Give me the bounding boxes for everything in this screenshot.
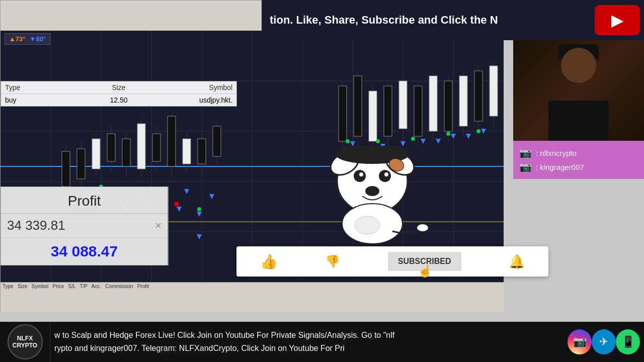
- instagram-social-button[interactable]: 📷: [568, 329, 592, 354]
- svg-rect-49: [414, 86, 422, 136]
- svg-rect-43: [369, 91, 377, 141]
- person-body: [548, 101, 609, 141]
- svg-rect-27: [137, 124, 145, 169]
- ticker-content: w to Scalp and Hedge Forex Live! Click J…: [50, 322, 564, 362]
- svg-point-101: [379, 170, 391, 182]
- webcam-panel: [513, 40, 644, 141]
- order-type-value: buy: [5, 96, 81, 104]
- like-button[interactable]: 👍: [260, 253, 278, 270]
- top-banner: tion. Like, Share, Subscribe and Click t…: [262, 0, 644, 40]
- svg-point-103: [365, 186, 379, 196]
- subscribe-bar: 👍 👎 SUBSCRIBED 🔔: [236, 246, 548, 277]
- profit-value: 34 339.81: [7, 218, 65, 233]
- notification-bell-button[interactable]: 🔔: [509, 254, 525, 269]
- instagram-handle1-row: 📷 : nlfxncrypto: [519, 147, 638, 159]
- social-icons-bar: 📷 ✈ 📱: [564, 322, 644, 362]
- svg-rect-47: [399, 81, 407, 129]
- svg-point-88: [446, 132, 450, 136]
- streamer-video: [513, 40, 644, 141]
- svg-rect-98: [342, 146, 403, 157]
- order-symbol-value: usdjpy.hkt.: [156, 96, 232, 104]
- svg-point-100: [359, 172, 363, 176]
- dog-mascot: [312, 136, 433, 246]
- instagram-handle2: : kingrager007: [536, 163, 584, 171]
- banner-text: tion. Like, Share, Subscribe and Click t…: [262, 14, 595, 27]
- svg-rect-29: [152, 134, 160, 161]
- bottom-ticker-bar: NLFX CRYPTO w to Scalp and Hedge Forex L…: [0, 322, 644, 362]
- svg-rect-31: [168, 116, 176, 166]
- youtube-button[interactable]: ▶: [595, 5, 640, 35]
- svg-rect-53: [444, 81, 452, 131]
- svg-point-83: [197, 207, 201, 211]
- nlfx-logo-line1: NLFX: [17, 335, 33, 342]
- nlfx-logo-line2: CRYPTO: [13, 342, 37, 349]
- youtube-icon: ▶: [611, 11, 624, 30]
- svg-rect-17: [62, 151, 70, 187]
- temp-hi: ▲73°: [9, 35, 26, 43]
- svg-rect-39: [339, 86, 347, 141]
- svg-point-99: [354, 170, 366, 182]
- temp-lo: ▼80°: [30, 35, 46, 43]
- weather-widget: ▲73° ▼80°: [5, 33, 50, 45]
- svg-rect-41: [354, 76, 362, 136]
- svg-point-102: [384, 172, 388, 176]
- profit-title: Profit: [1, 187, 168, 214]
- svg-rect-23: [107, 134, 115, 161]
- svg-rect-55: [459, 76, 467, 126]
- svg-point-89: [476, 129, 480, 133]
- platform-bottom-bar: Type Size Symbol Price S/L T/P Acc. Comm…: [1, 282, 504, 312]
- svg-point-107: [355, 216, 380, 234]
- order-header: Type Size Symbol: [1, 81, 236, 94]
- instagram-panel: 📷 : nlfxncrypto 📷 : kingrager007: [513, 141, 644, 179]
- svg-rect-37: [213, 126, 221, 156]
- svg-rect-25: [122, 139, 130, 166]
- telegram-social-button[interactable]: ✈: [592, 329, 616, 354]
- order-size-value: 12.50: [81, 96, 157, 104]
- nlfx-logo: NLFX CRYPTO: [0, 322, 50, 362]
- svg-rect-45: [384, 86, 392, 136]
- mouse-cursor: ☝: [418, 264, 433, 278]
- svg-rect-59: [490, 66, 498, 116]
- dislike-button[interactable]: 👎: [325, 254, 340, 268]
- svg-point-90: [174, 202, 179, 207]
- svg-rect-21: [92, 139, 100, 169]
- order-values: buy 12.50 usdjpy.hkt.: [1, 94, 236, 106]
- instagram-icon: 📷: [519, 147, 532, 159]
- type-label: Type: [5, 83, 81, 92]
- instagram-handle1: : nlfxncrypto: [536, 149, 577, 157]
- profit-close-button[interactable]: ×: [155, 219, 162, 232]
- instagram-handle2-row: 📷 : kingrager007: [519, 161, 638, 173]
- svg-rect-51: [429, 76, 437, 131]
- svg-rect-35: [198, 139, 206, 164]
- svg-rect-33: [183, 139, 191, 164]
- profit-total: 34 088.47: [1, 238, 168, 265]
- symbol-label: Symbol: [156, 83, 232, 92]
- ticker-line2: rypto and kingrager007. Telegram: NLFXan…: [54, 342, 559, 355]
- instagram-icon2: 📷: [519, 161, 532, 173]
- size-label: Size: [81, 83, 157, 92]
- profit-value-row: 34 339.81 ×: [1, 214, 168, 238]
- svg-rect-19: [77, 149, 85, 179]
- ticker-line1: w to Scalp and Hedge Forex Live! Click J…: [54, 329, 559, 342]
- svg-rect-57: [474, 71, 482, 121]
- whatsapp-social-button[interactable]: 📱: [616, 329, 640, 354]
- order-panel: Type Size Symbol buy 12.50 usdjpy.hkt.: [1, 81, 237, 107]
- svg-point-106: [417, 224, 429, 232]
- profit-panel: Profit 34 339.81 × 34 088.47: [1, 187, 169, 265]
- person-head: [561, 48, 596, 83]
- nlfx-circle-logo: NLFX CRYPTO: [8, 324, 43, 359]
- platform-status: Type Size Symbol Price S/L T/P Acc. Comm…: [3, 284, 149, 289]
